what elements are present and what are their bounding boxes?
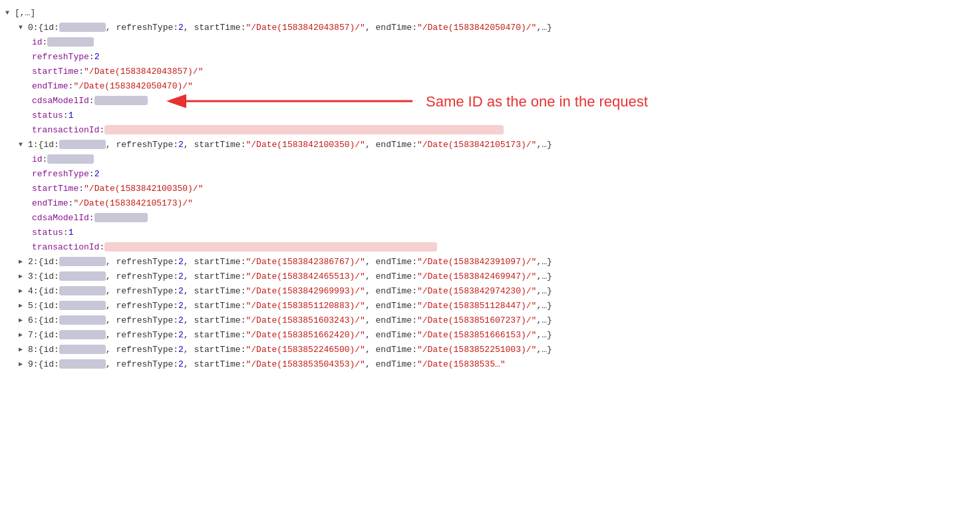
item-9-header: ▶ 9: {id: , refreshType: 2 , startTime: … — [0, 357, 980, 371]
item-1-id-blurred — [59, 140, 106, 149]
item-0-endtime: "/Date(1583842050470)/" — [417, 23, 536, 33]
item-1-transactionid-val — [104, 242, 437, 252]
item-0-index: 0: — [28, 23, 39, 33]
item-0-cdsamodelid-val — [94, 96, 148, 105]
root-array-line: ▼ [,…] — [0, 5, 980, 20]
item-1-id-value — [47, 154, 94, 164]
item-3-toggle[interactable]: ▶ — [19, 272, 28, 280]
root-label: [,…] — [15, 8, 35, 18]
item-7-toggle[interactable]: ▶ — [19, 331, 28, 339]
item-1-cdsamodelid-val — [94, 213, 148, 222]
item-8-header: ▶ 8: {id: , refreshType: 2 , startTime: … — [0, 342, 980, 357]
item-0-refreshtype: 2 — [178, 23, 184, 33]
item-0-id-value — [47, 37, 94, 47]
item-0-refreshtype-val: 2 — [94, 52, 100, 62]
item-4-toggle[interactable]: ▶ — [19, 287, 28, 295]
item-1-field-status: status : 1 — [0, 225, 980, 240]
item-2-header: ▶ 2: {id: , refreshType: 2 , startTime: … — [0, 254, 980, 269]
item-0-toggle[interactable]: ▼ — [19, 24, 28, 31]
item-0-starttime-val: "/Date(1583842043857)/" — [84, 67, 203, 77]
item-0-endtime-val: "/Date(1583842050470)/" — [73, 81, 192, 91]
item-0-header: ▼ 0: {id: , refreshType: 2 , startTime: … — [0, 20, 980, 35]
item-5-toggle[interactable]: ▶ — [19, 301, 28, 309]
item-0-status-val: 1 — [69, 110, 74, 120]
item-1-field-starttime: startTime : "/Date(1583842100350)/" — [0, 181, 980, 196]
item-9-toggle[interactable]: ▶ — [19, 360, 28, 368]
item-0-field-starttime: startTime : "/Date(1583842043857)/" — [0, 64, 980, 79]
item-0-field-endtime: endTime : "/Date(1583842050470)/" — [0, 79, 980, 93]
item-1-index: 1: — [28, 140, 39, 150]
item-1-field-id: id : — [0, 152, 980, 166]
json-viewer: ▼ [,…] ▼ 0: {id: , refreshType: 2 , star… — [0, 0, 980, 377]
item-1-field-transactionid: transactionId : — [0, 240, 980, 254]
item-0-field-cdsamodelid: cdsaModelId : Same ID as the one in the … — [0, 93, 980, 108]
item-0-field-transactionid: transactionId : — [0, 122, 980, 137]
item-3-header: ▶ 3: {id: , refreshType: 2 , startTime: … — [0, 269, 980, 283]
item-1-header: ▼ 1: {id: , refreshType: 2 , startTime: … — [0, 137, 980, 152]
item-1-field-refreshtype: refreshType : 2 — [0, 166, 980, 181]
item-6-toggle[interactable]: ▶ — [19, 316, 28, 324]
item-7-header: ▶ 7: {id: , refreshType: 2 , startTime: … — [0, 327, 980, 342]
item-8-toggle[interactable]: ▶ — [19, 345, 28, 353]
root-toggle[interactable]: ▼ — [5, 9, 15, 17]
item-5-header: ▶ 5: {id: , refreshType: 2 , startTime: … — [0, 298, 980, 313]
item-4-header: ▶ 4: {id: , refreshType: 2 , startTime: … — [0, 283, 980, 298]
item-1-field-endtime: endTime : "/Date(1583842105173)/" — [0, 196, 980, 210]
item-0-starttime: "/Date(1583842043857)/" — [245, 23, 365, 33]
annotation-text-label: Same ID as the one in the request — [426, 93, 648, 110]
item-0-field-refreshtype: refreshType : 2 — [0, 49, 980, 64]
item-1-field-cdsamodelid: cdsaModelId : — [0, 210, 980, 225]
annotation-arrow — [180, 87, 419, 116]
item-0-id-blurred — [59, 23, 106, 32]
item-6-header: ▶ 6: {id: , refreshType: 2 , startTime: … — [0, 313, 980, 327]
item-1-toggle[interactable]: ▼ — [19, 141, 28, 148]
item-0-field-id: id : — [0, 35, 980, 49]
item-0-transactionid-val — [104, 125, 504, 134]
item-2-toggle[interactable]: ▶ — [19, 258, 28, 265]
